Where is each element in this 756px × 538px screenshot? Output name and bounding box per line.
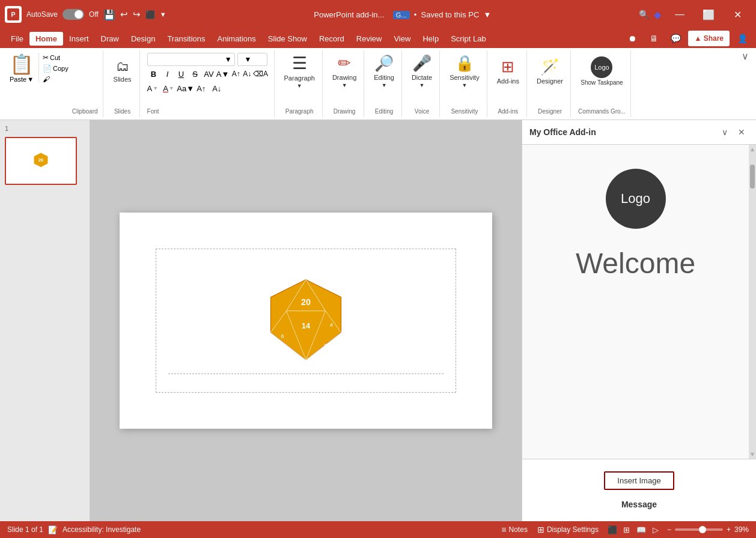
- paste-icon[interactable]: 📋: [10, 53, 34, 76]
- notes-button[interactable]: ≡ Notes: [499, 524, 530, 536]
- menu-file[interactable]: File: [5, 32, 29, 46]
- editing-button[interactable]: 🔎 Editing ▼: [371, 53, 397, 89]
- font-controls: ▼ ▼ B I U S AV A▼ A: [147, 53, 267, 95]
- paste-dropdown[interactable]: Paste▼: [10, 76, 34, 83]
- user-icon-btn[interactable]: 👤: [733, 31, 751, 46]
- increase-font-button[interactable]: A↑: [232, 67, 241, 80]
- notes-icon: ≡: [501, 525, 506, 534]
- font-family-dropdown-icon: ▼: [225, 55, 232, 64]
- zoom-slider[interactable]: [675, 528, 723, 531]
- insert-image-button[interactable]: Insert Image: [604, 471, 674, 490]
- record-icon-btn[interactable]: ⏺: [623, 31, 641, 46]
- task-pane-scrollbar[interactable]: ▲ ▼: [749, 145, 756, 459]
- task-pane: My Office Add-in ∨ ✕ Logo Welcome ▲ ▼ In…: [522, 120, 756, 521]
- expand-ribbon-button[interactable]: ∨: [742, 50, 749, 62]
- customize-icon[interactable]: ▼: [160, 11, 166, 18]
- font-color-button[interactable]: A ▼: [163, 84, 174, 93]
- zoom-out-button[interactable]: −: [667, 525, 671, 534]
- share-button[interactable]: ▲ Share: [688, 31, 730, 46]
- format-painter-button[interactable]: 🖌: [41, 74, 70, 84]
- cut-button[interactable]: ✂Cut: [41, 53, 70, 62]
- search-icon: 🔍: [639, 10, 649, 19]
- zoom-thumb: [699, 526, 706, 533]
- ribbon-group-addins: ⊞ Add-ins Add-ins: [490, 50, 527, 117]
- paragraph-dropdown-icon: ▼: [297, 83, 302, 89]
- menu-draw[interactable]: Draw: [95, 32, 125, 46]
- underline-button[interactable]: U: [175, 67, 188, 80]
- minimize-button[interactable]: —: [666, 5, 694, 24]
- task-pane-controls: ∨ ✕: [718, 125, 749, 139]
- font-case-button[interactable]: Aa▼: [179, 82, 192, 95]
- menu-record[interactable]: Record: [313, 32, 350, 46]
- task-pane-close-button[interactable]: ✕: [734, 125, 749, 139]
- zoom-in-button[interactable]: +: [727, 525, 731, 534]
- drawing-button[interactable]: ✏ Drawing ▼: [330, 53, 359, 89]
- ribbon-group-designer: 🪄 Designer Designer: [529, 50, 571, 117]
- italic-button[interactable]: I: [161, 67, 174, 80]
- caption-icon-btn[interactable]: 💬: [666, 31, 684, 46]
- increase-font-2-button[interactable]: A↑: [195, 82, 208, 95]
- slide-number: 1: [5, 125, 85, 132]
- text-highlight-button[interactable]: A ▼: [147, 84, 159, 93]
- menu-transitions[interactable]: Transitions: [161, 32, 211, 46]
- menu-scriptlab[interactable]: Script Lab: [445, 32, 492, 46]
- scrollbar-thumb[interactable]: [750, 165, 755, 189]
- slide-canvas[interactable]: 20 14 6 4 8: [120, 213, 492, 429]
- drawing-dropdown-icon: ▼: [342, 82, 347, 88]
- font-size-selector[interactable]: ▼: [237, 53, 267, 66]
- scroll-up-button[interactable]: ▲: [749, 146, 755, 153]
- decrease-font-button[interactable]: A↓: [243, 67, 252, 80]
- quick-access-icon[interactable]: ⬛: [145, 10, 155, 19]
- menu-slideshow[interactable]: Slide Show: [262, 32, 313, 46]
- menu-view[interactable]: View: [388, 32, 416, 46]
- reading-view-button[interactable]: 📖: [635, 523, 648, 536]
- task-pane-header: My Office Add-in ∨ ✕: [522, 120, 756, 145]
- slideshow-button[interactable]: ▷: [649, 523, 662, 536]
- dictate-button[interactable]: 🎤 Dictate ▼: [409, 53, 434, 89]
- maximize-button[interactable]: ⬜: [695, 5, 722, 24]
- normal-view-button[interactable]: ⬛: [606, 523, 619, 536]
- copy-button[interactable]: 📄Copy: [41, 64, 70, 73]
- designer-button[interactable]: 🪄 Designer: [534, 53, 565, 89]
- bold-button[interactable]: B: [147, 67, 160, 80]
- paragraph-button[interactable]: ☰ Paragraph ▼: [282, 53, 317, 89]
- redo-icon[interactable]: ↪: [133, 9, 141, 20]
- close-button[interactable]: ✕: [724, 5, 751, 24]
- more-font-button[interactable]: A▼: [216, 67, 230, 80]
- show-taskpane-button[interactable]: Logo Show Taskpane: [578, 53, 625, 89]
- autosave-toggle[interactable]: [62, 9, 84, 20]
- sensitivity-button[interactable]: 🔒 Sensitivity ▼: [447, 53, 482, 89]
- menu-bar: File Home Insert Draw Design Transitions…: [0, 29, 756, 48]
- strikethrough-button[interactable]: S: [189, 67, 202, 80]
- display-settings-button[interactable]: ⊞ Display Settings: [535, 524, 601, 536]
- accessibility-info[interactable]: Accessibility: Investigate: [62, 525, 141, 534]
- canvas-area: 20 14 6 4 8: [90, 120, 522, 521]
- menu-home[interactable]: Home: [29, 32, 63, 46]
- menu-insert[interactable]: Insert: [63, 32, 95, 46]
- undo-icon[interactable]: ↩: [120, 9, 128, 20]
- format-buttons: B I U S AV A▼: [147, 67, 230, 80]
- task-pane-collapse-button[interactable]: ∨: [718, 125, 732, 139]
- slide-panel: 1 20: [0, 120, 90, 521]
- clear-format-button[interactable]: ⌫A: [254, 67, 267, 80]
- menu-design[interactable]: Design: [125, 32, 161, 46]
- app-logo: P: [5, 6, 22, 23]
- slides-button[interactable]: 🗂 Slides: [111, 53, 135, 89]
- clipboard-small-buttons: ✂Cut 📄Copy 🖌: [41, 53, 70, 84]
- scroll-down-button[interactable]: ▼: [749, 451, 755, 458]
- font-family-selector[interactable]: ▼: [147, 53, 235, 66]
- slide-thumbnail[interactable]: 20: [5, 137, 77, 185]
- menu-review[interactable]: Review: [350, 32, 388, 46]
- addins-button[interactable]: ⊞ Add-ins: [495, 53, 522, 89]
- save-icon[interactable]: 💾: [103, 9, 115, 20]
- menu-animations[interactable]: Animations: [212, 32, 262, 46]
- decrease-font-2-button[interactable]: A↓: [210, 82, 224, 95]
- status-bar: Slide 1 of 1 📝 Accessibility: Investigat…: [0, 521, 756, 538]
- ribbon: 📋 Paste▼ ✂Cut 📄Copy 🖌 Clipboard 🗂 Slides…: [0, 48, 756, 120]
- slide-sorter-button[interactable]: ⊞: [620, 523, 633, 536]
- zoom-level[interactable]: 39%: [734, 525, 749, 534]
- char-spacing-button[interactable]: AV: [203, 67, 216, 80]
- screen-icon-btn[interactable]: 🖥: [645, 31, 663, 46]
- ribbon-group-font: ▼ ▼ B I U S AV A▼ A: [142, 50, 275, 117]
- menu-help[interactable]: Help: [416, 32, 445, 46]
